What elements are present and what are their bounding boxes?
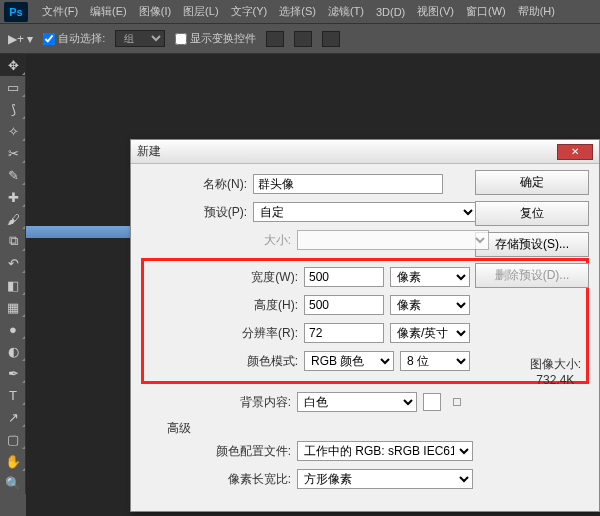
gradient-tool[interactable]: ▦ <box>0 296 26 318</box>
profile-select[interactable]: 工作中的 RGB: sRGB IEC619... <box>297 441 473 461</box>
close-button[interactable]: ✕ <box>557 144 593 160</box>
show-transform-label: 显示变换控件 <box>190 31 256 46</box>
dialog-right-buttons: 确定 复位 存储预设(S)... 删除预设(D)... <box>475 170 589 288</box>
stamp-tool[interactable]: ⧉ <box>0 230 26 252</box>
dialog-title-text: 新建 <box>137 143 161 160</box>
save-preset-button[interactable]: 存储预设(S)... <box>475 232 589 257</box>
pen-tool[interactable]: ✒ <box>0 362 26 384</box>
move-tool[interactable]: ✥ <box>0 54 26 76</box>
ps-logo: Ps <box>4 2 28 22</box>
bg-extra-icon <box>453 398 461 406</box>
aspect-select[interactable]: 方形像素 <box>297 469 473 489</box>
marquee-tool[interactable]: ▭ <box>0 76 26 98</box>
name-input[interactable] <box>253 174 443 194</box>
menu-file[interactable]: 文件(F) <box>36 4 84 19</box>
bg-swatch[interactable] <box>423 393 441 411</box>
preset-label: 预设(P): <box>141 204 247 221</box>
advanced-toggle[interactable]: 高级 <box>167 420 589 437</box>
crop-tool[interactable]: ✂ <box>0 142 26 164</box>
menu-bar: Ps 文件(F) 编辑(E) 图像(I) 图层(L) 文字(Y) 选择(S) 滤… <box>0 0 600 24</box>
reset-button[interactable]: 复位 <box>475 201 589 226</box>
size-label: 大小: <box>141 232 291 249</box>
height-input[interactable] <box>304 295 384 315</box>
mode-label: 颜色模式: <box>148 353 298 370</box>
name-label: 名称(N): <box>141 176 247 193</box>
wand-tool[interactable]: ✧ <box>0 120 26 142</box>
menu-filter[interactable]: 滤镜(T) <box>322 4 370 19</box>
resolution-unit-select[interactable]: 像素/英寸 <box>390 323 470 343</box>
blur-tool[interactable]: ● <box>0 318 26 340</box>
eraser-tool[interactable]: ◧ <box>0 274 26 296</box>
delete-preset-button: 删除预设(D)... <box>475 263 589 288</box>
profile-label: 颜色配置文件: <box>141 443 291 460</box>
image-size-label: 图像大小: <box>530 356 581 373</box>
tool-panel: ✥ ▭ ⟆ ✧ ✂ ✎ ✚ 🖌 ⧉ ↶ ◧ ▦ ● ◐ ✒ T ↗ ▢ ✋ 🔍 <box>0 54 26 494</box>
path-tool[interactable]: ↗ <box>0 406 26 428</box>
auto-select-dropdown[interactable]: 组 <box>115 30 165 47</box>
dodge-tool[interactable]: ◐ <box>0 340 26 362</box>
color-mode-select[interactable]: RGB 颜色 <box>304 351 394 371</box>
auto-select-checkbox[interactable]: 自动选择: <box>43 31 105 46</box>
align-btn-1[interactable] <box>266 31 284 47</box>
bg-select[interactable]: 白色 <box>297 392 417 412</box>
width-unit-select[interactable]: 像素 <box>390 267 470 287</box>
height-label: 高度(H): <box>148 297 298 314</box>
show-transform-check[interactable] <box>175 33 187 45</box>
size-select <box>297 230 489 250</box>
zoom-tool[interactable]: 🔍 <box>0 472 26 494</box>
menu-layer[interactable]: 图层(L) <box>177 4 224 19</box>
eyedropper-tool[interactable]: ✎ <box>0 164 26 186</box>
menu-select[interactable]: 选择(S) <box>273 4 322 19</box>
preset-select[interactable]: 自定 <box>253 202 477 222</box>
align-btn-2[interactable] <box>294 31 312 47</box>
menu-edit[interactable]: 编辑(E) <box>84 4 133 19</box>
menu-3d[interactable]: 3D(D) <box>370 6 411 18</box>
dialog-titlebar[interactable]: 新建 ✕ <box>131 140 599 164</box>
new-document-dialog: 新建 ✕ 确定 复位 存储预设(S)... 删除预设(D)... 名称(N): … <box>130 139 600 512</box>
width-label: 宽度(W): <box>148 269 298 286</box>
menu-view[interactable]: 视图(V) <box>411 4 460 19</box>
show-transform-checkbox[interactable]: 显示变换控件 <box>175 31 256 46</box>
image-size-value: 732.4K <box>530 373 581 387</box>
menu-image[interactable]: 图像(I) <box>133 4 177 19</box>
align-btn-3[interactable] <box>322 31 340 47</box>
bg-label: 背景内容: <box>141 394 291 411</box>
width-input[interactable] <box>304 267 384 287</box>
aspect-label: 像素长宽比: <box>141 471 291 488</box>
brush-tool[interactable]: 🖌 <box>0 208 26 230</box>
auto-select-check[interactable] <box>43 33 55 45</box>
menu-type[interactable]: 文字(Y) <box>225 4 274 19</box>
shape-tool[interactable]: ▢ <box>0 428 26 450</box>
menu-help[interactable]: 帮助(H) <box>512 4 561 19</box>
menu-window[interactable]: 窗口(W) <box>460 4 512 19</box>
hand-tool[interactable]: ✋ <box>0 450 26 472</box>
ok-button[interactable]: 确定 <box>475 170 589 195</box>
auto-select-label: 自动选择: <box>58 31 105 46</box>
image-size-readout: 图像大小: 732.4K <box>530 356 581 387</box>
history-brush-tool[interactable]: ↶ <box>0 252 26 274</box>
type-tool[interactable]: T <box>0 384 26 406</box>
heal-tool[interactable]: ✚ <box>0 186 26 208</box>
lasso-tool[interactable]: ⟆ <box>0 98 26 120</box>
height-unit-select[interactable]: 像素 <box>390 295 470 315</box>
options-bar: ▶+ ▾ 自动选择: 组 显示变换控件 <box>0 24 600 54</box>
resolution-label: 分辨率(R): <box>148 325 298 342</box>
move-tool-icon: ▶+ ▾ <box>8 32 33 46</box>
resolution-input[interactable] <box>304 323 384 343</box>
bit-depth-select[interactable]: 8 位 <box>400 351 470 371</box>
